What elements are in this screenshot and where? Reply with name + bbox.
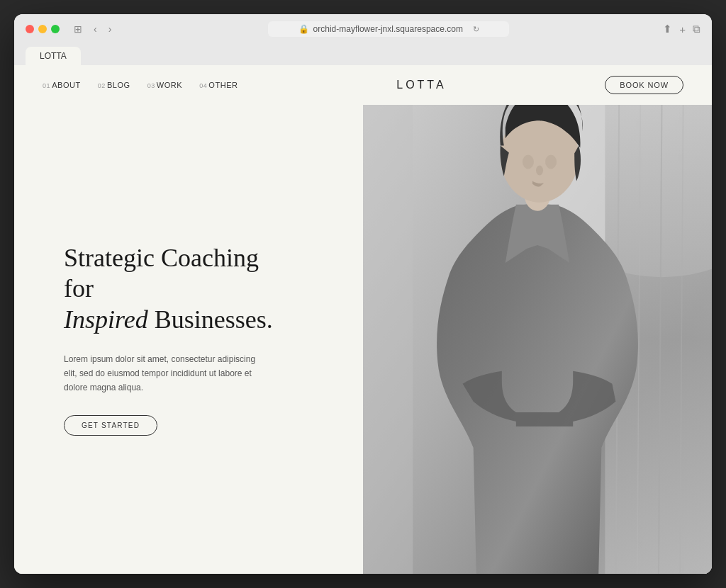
nav-right: BOOK NOW xyxy=(605,76,683,94)
main-nav: 01ABOUT 02BLOG 03WORK 04OTHER LOTTA BOOK… xyxy=(14,65,712,105)
hero-heading-suffix: Businesses. xyxy=(148,305,273,334)
hero-text-content: Strategic Coaching for Inspired Business… xyxy=(64,243,291,436)
nav-item-about[interactable]: 01ABOUT xyxy=(43,81,81,89)
hero-section: Strategic Coaching for Inspired Business… xyxy=(14,105,712,574)
close-button[interactable] xyxy=(26,25,34,33)
svg-point-11 xyxy=(545,154,557,169)
url-text: orchid-mayflower-jnxl.squarespace.com xyxy=(313,24,463,34)
hero-image-svg xyxy=(363,105,712,574)
window-controls-right: ⬆ + ⧉ xyxy=(663,23,700,35)
forward-button[interactable]: › xyxy=(106,22,115,36)
hero-right-panel xyxy=(363,105,712,574)
nav-item-other[interactable]: 04OTHER xyxy=(199,81,238,89)
nav-item-work[interactable]: 03WORK xyxy=(147,81,183,89)
hero-left-panel: Strategic Coaching for Inspired Business… xyxy=(14,105,363,574)
svg-point-12 xyxy=(536,166,543,176)
refresh-icon: ↻ xyxy=(473,25,479,34)
active-tab[interactable]: LOTTA xyxy=(26,47,81,65)
minimize-button[interactable] xyxy=(38,25,47,33)
nav-item-blog[interactable]: 02BLOG xyxy=(98,81,130,89)
address-bar[interactable]: 🔒 orchid-mayflower-jnxl.squarespace.com … xyxy=(268,21,509,37)
book-now-button[interactable]: BOOK NOW xyxy=(605,76,683,94)
address-bar-container: 🔒 orchid-mayflower-jnxl.squarespace.com … xyxy=(123,21,654,37)
site-logo[interactable]: LOTTA xyxy=(238,79,605,91)
svg-point-10 xyxy=(523,154,534,169)
page-content: 01ABOUT 02BLOG 03WORK 04OTHER LOTTA BOOK… xyxy=(14,65,712,574)
browser-window: ⊞ ‹ › 🔒 orchid-mayflower-jnxl.squarespac… xyxy=(14,14,712,574)
hero-heading-line1: Strategic Coaching for xyxy=(64,244,259,303)
back-button[interactable]: ‹ xyxy=(91,22,100,36)
share-icon[interactable]: ⬆ xyxy=(663,23,672,35)
browser-controls: ⊞ ‹ › xyxy=(71,22,114,36)
browser-chrome: ⊞ ‹ › 🔒 orchid-mayflower-jnxl.squarespac… xyxy=(14,14,712,65)
traffic-lights xyxy=(26,25,60,33)
nav-left: 01ABOUT 02BLOG 03WORK 04OTHER xyxy=(43,81,238,89)
sidebar-toggle-button[interactable]: ⊞ xyxy=(71,22,85,36)
new-tab-icon[interactable]: + xyxy=(679,23,686,35)
windows-icon[interactable]: ⧉ xyxy=(693,23,700,35)
tabs-bar: LOTTA xyxy=(26,43,700,65)
svg-rect-7 xyxy=(363,105,413,574)
hero-photo-background xyxy=(363,105,712,574)
hero-heading: Strategic Coaching for Inspired Business… xyxy=(64,243,291,335)
tab-title: LOTTA xyxy=(40,51,67,61)
hero-body-text: Lorem ipsum dolor sit amet, consectetur … xyxy=(64,352,262,395)
get-started-button[interactable]: GET STARTED xyxy=(64,415,157,436)
lock-icon: 🔒 xyxy=(298,24,309,34)
hero-heading-italic: Inspired xyxy=(64,305,148,334)
maximize-button[interactable] xyxy=(51,25,60,33)
